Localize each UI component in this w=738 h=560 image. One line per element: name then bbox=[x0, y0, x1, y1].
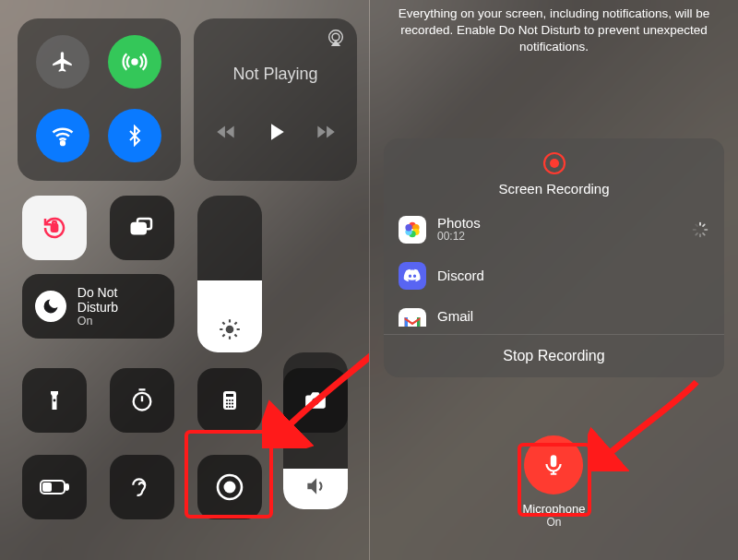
brightness-slider[interactable] bbox=[197, 196, 262, 352]
hearing-button[interactable] bbox=[110, 455, 174, 519]
destination-photos[interactable]: Photos 00:12 bbox=[384, 206, 724, 253]
svg-point-8 bbox=[54, 399, 56, 402]
bluetooth-toggle[interactable] bbox=[108, 109, 161, 162]
svg-point-18 bbox=[226, 406, 228, 408]
airplay-icon[interactable] bbox=[326, 28, 346, 48]
svg-point-13 bbox=[229, 399, 231, 401]
rotation-lock-icon bbox=[41, 214, 68, 242]
battery-icon bbox=[39, 478, 70, 496]
svg-point-3 bbox=[332, 33, 339, 41]
svg-point-12 bbox=[226, 399, 228, 401]
screen-record-button[interactable] bbox=[197, 455, 262, 519]
cellular-icon bbox=[122, 49, 148, 75]
calculator-button[interactable] bbox=[197, 368, 262, 433]
svg-rect-24 bbox=[43, 483, 51, 491]
screen-mirroring-icon bbox=[128, 214, 156, 242]
destination-gmail[interactable]: Gmail bbox=[384, 299, 724, 327]
airplane-icon bbox=[51, 50, 75, 74]
svg-point-14 bbox=[232, 399, 233, 401]
svg-point-9 bbox=[134, 393, 151, 411]
brightness-icon bbox=[197, 317, 262, 341]
stop-recording-button[interactable]: Stop Recording bbox=[384, 334, 724, 377]
destination-name: Gmail bbox=[437, 308, 709, 324]
annotation-arrow-right bbox=[588, 375, 708, 471]
volume-icon bbox=[283, 474, 348, 498]
svg-point-19 bbox=[229, 406, 231, 408]
svg-point-7 bbox=[226, 326, 234, 334]
record-icon bbox=[214, 471, 245, 503]
wifi-toggle[interactable] bbox=[36, 109, 89, 162]
play-icon[interactable] bbox=[262, 118, 290, 146]
airplane-mode-toggle[interactable] bbox=[36, 35, 89, 89]
destination-name: Discord bbox=[437, 268, 709, 283]
dnd-label: Do Not Disturb bbox=[77, 285, 161, 315]
screen-recording-pane: Everything on your screen, including not… bbox=[369, 0, 738, 560]
svg-point-28 bbox=[550, 159, 559, 168]
do-not-disturb-toggle[interactable]: Do Not Disturb On bbox=[22, 274, 174, 339]
discord-icon bbox=[399, 262, 426, 290]
moon-icon bbox=[35, 291, 66, 322]
bluetooth-icon bbox=[124, 125, 146, 147]
camera-icon bbox=[302, 388, 329, 412]
svg-point-0 bbox=[132, 59, 137, 64]
destination-discord[interactable]: Discord bbox=[384, 253, 724, 299]
svg-rect-11 bbox=[226, 394, 233, 397]
forward-icon[interactable] bbox=[314, 120, 338, 144]
recording-status-icon bbox=[384, 151, 724, 175]
timer-icon bbox=[129, 387, 155, 413]
calculator-icon bbox=[219, 387, 241, 413]
gmail-icon bbox=[399, 308, 426, 327]
control-center-pane: Not Playing Do Not Disturb bbox=[0, 0, 369, 560]
dnd-status: On bbox=[77, 315, 161, 328]
ear-icon bbox=[130, 473, 154, 501]
flashlight-button[interactable] bbox=[22, 368, 87, 433]
svg-point-16 bbox=[229, 402, 231, 404]
svg-point-20 bbox=[232, 406, 233, 408]
svg-point-17 bbox=[232, 402, 233, 404]
cellular-data-toggle[interactable] bbox=[108, 35, 161, 89]
mic-status: On bbox=[546, 516, 561, 529]
connectivity-card bbox=[18, 18, 181, 181]
svg-rect-23 bbox=[65, 484, 68, 490]
svg-point-34 bbox=[405, 224, 411, 231]
recording-warning-text: Everything on your screen, including not… bbox=[370, 6, 738, 56]
rewind-icon[interactable] bbox=[214, 120, 238, 144]
svg-point-21 bbox=[312, 398, 318, 404]
sheet-title: Screen Recording bbox=[384, 181, 724, 197]
now-playing-card[interactable]: Not Playing bbox=[194, 18, 357, 181]
spinner-icon bbox=[691, 220, 709, 239]
destination-name: Photos bbox=[437, 215, 691, 231]
rotation-lock-toggle[interactable] bbox=[22, 196, 87, 260]
camera-button[interactable] bbox=[283, 368, 348, 433]
microphone-toggle[interactable]: Microphone On bbox=[523, 435, 586, 529]
mic-icon bbox=[542, 451, 566, 479]
svg-point-1 bbox=[61, 141, 65, 145]
wifi-icon bbox=[50, 123, 76, 149]
svg-rect-4 bbox=[52, 224, 57, 232]
svg-point-15 bbox=[226, 402, 228, 404]
screen-mirroring-button[interactable] bbox=[110, 196, 174, 260]
flashlight-icon bbox=[43, 387, 65, 413]
screen-recording-sheet: Screen Recording Photos 00:12 Discord bbox=[384, 138, 724, 377]
mic-label: Microphone bbox=[523, 502, 586, 516]
timer-button[interactable] bbox=[110, 368, 174, 433]
svg-point-26 bbox=[224, 482, 236, 494]
photos-icon bbox=[399, 216, 426, 244]
destination-sub: 00:12 bbox=[437, 231, 691, 244]
now-playing-title: Not Playing bbox=[194, 65, 357, 84]
low-power-toggle[interactable] bbox=[22, 455, 87, 519]
